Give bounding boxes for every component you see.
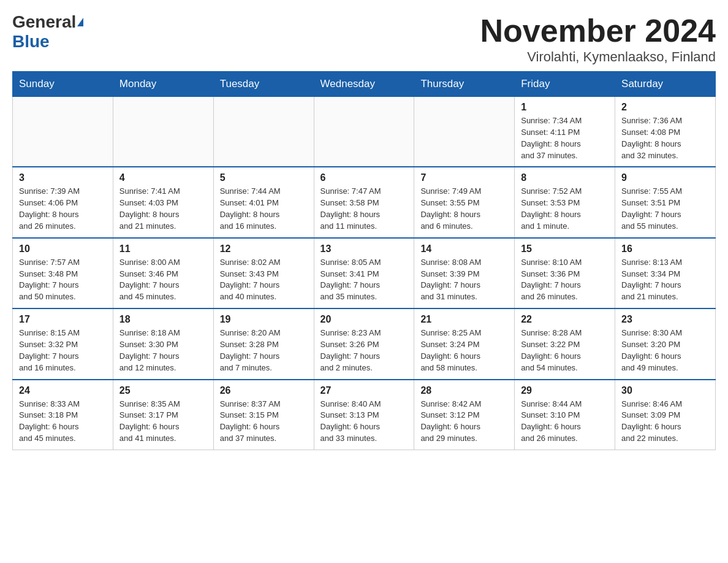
day-number: 15 [521, 243, 609, 255]
day-info: Sunrise: 8:20 AM Sunset: 3:28 PM Dayligh… [220, 327, 308, 373]
day-number: 1 [521, 102, 609, 113]
day-info: Sunrise: 7:52 AM Sunset: 3:53 PM Dayligh… [521, 186, 609, 232]
day-info: Sunrise: 8:05 AM Sunset: 3:41 PM Dayligh… [320, 257, 408, 303]
day-number: 5 [220, 172, 308, 183]
day-info: Sunrise: 8:25 AM Sunset: 3:24 PM Dayligh… [420, 327, 508, 373]
calendar-cell: 20Sunrise: 8:23 AM Sunset: 3:26 PM Dayli… [314, 308, 414, 379]
day-number: 12 [220, 243, 308, 255]
calendar-cell: 18Sunrise: 8:18 AM Sunset: 3:30 PM Dayli… [113, 308, 213, 379]
calendar-cell: 23Sunrise: 8:30 AM Sunset: 3:20 PM Dayli… [615, 308, 716, 379]
calendar-cell: 11Sunrise: 8:00 AM Sunset: 3:46 PM Dayli… [113, 238, 213, 308]
column-header-sunday: Sunday [13, 72, 113, 97]
day-info: Sunrise: 7:34 AM Sunset: 4:11 PM Dayligh… [521, 115, 609, 161]
day-number: 18 [119, 314, 207, 325]
day-info: Sunrise: 8:18 AM Sunset: 3:30 PM Dayligh… [119, 327, 207, 373]
calendar-cell: 19Sunrise: 8:20 AM Sunset: 3:28 PM Dayli… [213, 308, 314, 379]
calendar-cell: 22Sunrise: 8:28 AM Sunset: 3:22 PM Dayli… [515, 308, 615, 379]
calendar-week-row: 10Sunrise: 7:57 AM Sunset: 3:48 PM Dayli… [13, 238, 716, 308]
calendar-cell: 4Sunrise: 7:41 AM Sunset: 4:03 PM Daylig… [113, 167, 213, 237]
calendar-cell: 1Sunrise: 7:34 AM Sunset: 4:11 PM Daylig… [515, 97, 615, 167]
day-info: Sunrise: 8:08 AM Sunset: 3:39 PM Dayligh… [420, 257, 508, 303]
calendar-cell: 6Sunrise: 7:47 AM Sunset: 3:58 PM Daylig… [314, 167, 414, 237]
calendar-cell: 28Sunrise: 8:42 AM Sunset: 3:12 PM Dayli… [414, 380, 515, 450]
calendar-table: SundayMondayTuesdayWednesdayThursdayFrid… [12, 71, 716, 450]
calendar-cell: 27Sunrise: 8:40 AM Sunset: 3:13 PM Dayli… [314, 380, 414, 450]
calendar-cell: 30Sunrise: 8:46 AM Sunset: 3:09 PM Dayli… [615, 380, 716, 450]
calendar-cell [213, 97, 314, 167]
day-number: 26 [220, 385, 308, 396]
calendar-cell: 26Sunrise: 8:37 AM Sunset: 3:15 PM Dayli… [213, 380, 314, 450]
day-number: 21 [420, 314, 508, 325]
calendar-cell: 5Sunrise: 7:44 AM Sunset: 4:01 PM Daylig… [213, 167, 314, 237]
calendar-cell: 25Sunrise: 8:35 AM Sunset: 3:17 PM Dayli… [113, 380, 213, 450]
month-title: November 2024 [480, 12, 716, 49]
calendar-week-row: 17Sunrise: 8:15 AM Sunset: 3:32 PM Dayli… [13, 308, 716, 379]
column-header-friday: Friday [515, 72, 615, 97]
location-text: Virolahti, Kymenlaakso, Finland [480, 49, 716, 65]
column-header-monday: Monday [113, 72, 213, 97]
day-number: 4 [119, 172, 207, 183]
day-info: Sunrise: 8:30 AM Sunset: 3:20 PM Dayligh… [621, 327, 709, 373]
page-header: General Blue November 2024 Virolahti, Ky… [12, 12, 716, 65]
day-number: 8 [521, 172, 609, 183]
day-info: Sunrise: 8:00 AM Sunset: 3:46 PM Dayligh… [119, 257, 207, 303]
day-info: Sunrise: 8:15 AM Sunset: 3:32 PM Dayligh… [19, 327, 107, 373]
day-info: Sunrise: 7:57 AM Sunset: 3:48 PM Dayligh… [19, 257, 107, 303]
day-info: Sunrise: 7:55 AM Sunset: 3:51 PM Dayligh… [621, 186, 709, 232]
day-info: Sunrise: 8:44 AM Sunset: 3:10 PM Dayligh… [521, 399, 609, 445]
day-info: Sunrise: 7:44 AM Sunset: 4:01 PM Dayligh… [220, 186, 308, 232]
calendar-week-row: 24Sunrise: 8:33 AM Sunset: 3:18 PM Dayli… [13, 380, 716, 450]
day-number: 14 [420, 243, 508, 255]
calendar-cell: 17Sunrise: 8:15 AM Sunset: 3:32 PM Dayli… [13, 308, 113, 379]
calendar-cell: 14Sunrise: 8:08 AM Sunset: 3:39 PM Dayli… [414, 238, 515, 308]
column-header-tuesday: Tuesday [213, 72, 314, 97]
logo: General Blue [12, 12, 83, 52]
day-number: 2 [621, 102, 709, 113]
day-info: Sunrise: 7:49 AM Sunset: 3:55 PM Dayligh… [420, 186, 508, 232]
day-number: 7 [420, 172, 508, 183]
day-info: Sunrise: 7:39 AM Sunset: 4:06 PM Dayligh… [19, 186, 107, 232]
day-number: 22 [521, 314, 609, 325]
day-info: Sunrise: 8:46 AM Sunset: 3:09 PM Dayligh… [621, 399, 709, 445]
calendar-cell [113, 97, 213, 167]
day-number: 11 [119, 243, 207, 255]
logo-blue-text: Blue [12, 32, 50, 51]
calendar-cell: 16Sunrise: 8:13 AM Sunset: 3:34 PM Dayli… [615, 238, 716, 308]
day-info: Sunrise: 8:33 AM Sunset: 3:18 PM Dayligh… [19, 399, 107, 445]
calendar-cell: 24Sunrise: 8:33 AM Sunset: 3:18 PM Dayli… [13, 380, 113, 450]
calendar-cell: 15Sunrise: 8:10 AM Sunset: 3:36 PM Dayli… [515, 238, 615, 308]
day-number: 19 [220, 314, 308, 325]
calendar-cell: 8Sunrise: 7:52 AM Sunset: 3:53 PM Daylig… [515, 167, 615, 237]
logo-triangle-icon [77, 18, 83, 26]
day-info: Sunrise: 8:02 AM Sunset: 3:43 PM Dayligh… [220, 257, 308, 303]
day-number: 28 [420, 385, 508, 396]
day-number: 6 [320, 172, 408, 183]
day-number: 30 [621, 385, 709, 396]
calendar-week-row: 1Sunrise: 7:34 AM Sunset: 4:11 PM Daylig… [13, 97, 716, 167]
calendar-cell: 2Sunrise: 7:36 AM Sunset: 4:08 PM Daylig… [615, 97, 716, 167]
column-header-wednesday: Wednesday [314, 72, 414, 97]
calendar-cell [414, 97, 515, 167]
calendar-cell: 10Sunrise: 7:57 AM Sunset: 3:48 PM Dayli… [13, 238, 113, 308]
day-info: Sunrise: 8:28 AM Sunset: 3:22 PM Dayligh… [521, 327, 609, 373]
title-section: November 2024 Virolahti, Kymenlaakso, Fi… [480, 12, 716, 65]
calendar-week-row: 3Sunrise: 7:39 AM Sunset: 4:06 PM Daylig… [13, 167, 716, 237]
calendar-header-row: SundayMondayTuesdayWednesdayThursdayFrid… [13, 72, 716, 97]
day-number: 9 [621, 172, 709, 183]
day-number: 23 [621, 314, 709, 325]
calendar-cell [314, 97, 414, 167]
calendar-cell: 9Sunrise: 7:55 AM Sunset: 3:51 PM Daylig… [615, 167, 716, 237]
calendar-cell: 21Sunrise: 8:25 AM Sunset: 3:24 PM Dayli… [414, 308, 515, 379]
calendar-cell: 13Sunrise: 8:05 AM Sunset: 3:41 PM Dayli… [314, 238, 414, 308]
column-header-thursday: Thursday [414, 72, 515, 97]
day-number: 10 [19, 243, 107, 255]
column-header-saturday: Saturday [615, 72, 716, 97]
day-info: Sunrise: 8:37 AM Sunset: 3:15 PM Dayligh… [220, 399, 308, 445]
day-info: Sunrise: 8:10 AM Sunset: 3:36 PM Dayligh… [521, 257, 609, 303]
day-info: Sunrise: 8:13 AM Sunset: 3:34 PM Dayligh… [621, 257, 709, 303]
day-number: 27 [320, 385, 408, 396]
day-number: 29 [521, 385, 609, 396]
day-info: Sunrise: 7:41 AM Sunset: 4:03 PM Dayligh… [119, 186, 207, 232]
day-info: Sunrise: 8:40 AM Sunset: 3:13 PM Dayligh… [320, 399, 408, 445]
calendar-cell: 29Sunrise: 8:44 AM Sunset: 3:10 PM Dayli… [515, 380, 615, 450]
